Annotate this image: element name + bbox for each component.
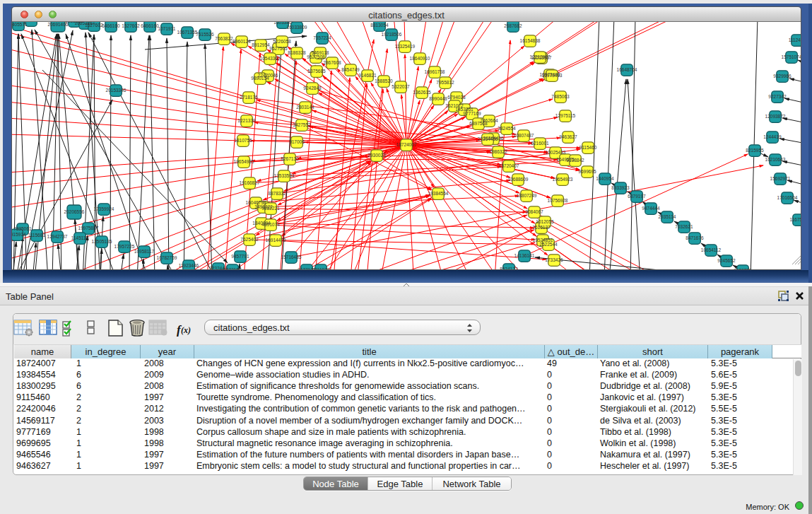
svg-text:8471676: 8471676 (686, 235, 704, 240)
svg-text:9242848: 9242848 (303, 86, 322, 90)
svg-text:8672157: 8672157 (223, 267, 242, 269)
svg-text:12213967: 12213967 (530, 54, 551, 59)
svg-text:3427552: 3427552 (293, 122, 311, 127)
svg-text:7663822: 7663822 (215, 36, 233, 41)
svg-text:2803144: 2803144 (296, 105, 314, 110)
svg-text:2687682: 2687682 (504, 23, 522, 28)
svg-text:9463627: 9463627 (559, 134, 577, 139)
svg-text:19975887: 19975887 (78, 226, 99, 230)
svg-text:6466160: 6466160 (141, 23, 159, 28)
svg-text:6466160: 6466160 (102, 23, 120, 28)
svg-text:15720407: 15720407 (499, 163, 519, 168)
svg-text:9115460: 9115460 (579, 145, 597, 150)
svg-text:17016504: 17016504 (777, 195, 798, 200)
svg-text:7515526: 7515526 (196, 32, 214, 37)
svg-text:15751074: 15751074 (782, 54, 801, 59)
svg-text:9329966: 9329966 (773, 74, 792, 78)
svg-text:8313054: 8313054 (22, 22, 40, 23)
svg-text:8813054: 8813054 (370, 23, 389, 28)
svg-text:13533594: 13533594 (274, 173, 295, 178)
svg-text:11325419: 11325419 (395, 44, 416, 49)
svg-text:9084067: 9084067 (525, 209, 543, 214)
svg-text:1527602: 1527602 (85, 23, 103, 28)
svg-text:8933923: 8933923 (611, 185, 630, 190)
svg-text:15692971: 15692971 (770, 176, 791, 181)
svg-text:5226058: 5226058 (273, 39, 291, 44)
svg-text:1527602: 1527602 (122, 23, 140, 28)
svg-text:7032621: 7032621 (675, 224, 693, 229)
svg-text:2930023: 2930023 (367, 153, 386, 158)
svg-text:15716485: 15716485 (281, 255, 302, 259)
svg-text:2718176: 2718176 (240, 95, 258, 100)
svg-text:19218506: 19218506 (382, 32, 402, 37)
svg-text:1588520: 1588520 (375, 78, 393, 83)
svg-text:2867608: 2867608 (323, 60, 341, 65)
svg-text:10973493: 10973493 (542, 73, 563, 78)
svg-text:7625402: 7625402 (240, 237, 259, 242)
svg-text:9457791: 9457791 (231, 254, 249, 259)
svg-text:8878332: 8878332 (268, 191, 286, 196)
svg-text:20206556: 20206556 (64, 209, 85, 214)
svg-text:5469118: 5469118 (312, 50, 329, 55)
svg-text:11923446: 11923446 (179, 263, 199, 268)
svg-text:8311076: 8311076 (312, 267, 330, 269)
svg-text:12975115: 12975115 (555, 113, 576, 118)
svg-text:8960124: 8960124 (233, 39, 251, 44)
svg-text:16154838: 16154838 (520, 38, 541, 43)
svg-text:9227342: 9227342 (768, 94, 787, 99)
svg-text:1615137: 1615137 (532, 225, 551, 230)
svg-text:1112480: 1112480 (789, 37, 801, 42)
svg-text:10958117: 10958117 (134, 249, 155, 254)
svg-text:10025433: 10025433 (546, 150, 566, 155)
svg-text:1810755: 1810755 (234, 138, 252, 143)
svg-text:10756928: 10756928 (548, 198, 568, 203)
svg-text:9890154: 9890154 (251, 76, 269, 81)
svg-text:12093872: 12093872 (765, 114, 786, 119)
svg-text:19654985: 19654985 (234, 159, 254, 164)
svg-text:8524172: 8524172 (500, 267, 518, 269)
svg-text:16210643: 16210643 (765, 157, 786, 162)
svg-text:9527508: 9527508 (307, 54, 325, 59)
svg-text:8454749: 8454749 (341, 67, 360, 72)
svg-text:6216001: 6216001 (531, 141, 549, 146)
svg-text:8990448: 8990448 (429, 96, 447, 101)
svg-text:9186755: 9186755 (734, 268, 752, 269)
svg-text:1733426: 1733426 (545, 257, 563, 262)
svg-text:1221339: 1221339 (237, 118, 256, 123)
svg-text:18640910: 18640910 (410, 56, 430, 61)
svg-text:16782759: 16782759 (157, 255, 177, 260)
svg-text:1440954: 1440954 (596, 176, 614, 181)
svg-text:14136141: 14136141 (514, 253, 535, 258)
svg-text:1115681: 1115681 (28, 233, 46, 238)
svg-text:7462664: 7462664 (480, 118, 498, 123)
svg-text:7986322: 7986322 (489, 149, 507, 154)
svg-text:7955812: 7955812 (436, 80, 454, 85)
svg-text:1012055: 1012055 (536, 219, 554, 224)
svg-text:6794028: 6794028 (447, 95, 466, 100)
svg-text:10807487: 10807487 (514, 133, 534, 138)
svg-text:19384554: 19384554 (428, 191, 449, 196)
svg-text:6879197: 6879197 (628, 194, 646, 199)
svg-text:8215955: 8215955 (746, 148, 764, 153)
svg-text:9699695: 9699695 (578, 169, 596, 174)
svg-text:(x): (x) (181, 325, 191, 335)
svg-text:7485063: 7485063 (551, 94, 570, 99)
svg-text:1145114: 1145114 (71, 235, 89, 240)
svg-text:16914479: 16914479 (266, 238, 286, 243)
svg-text:7835061: 7835061 (13, 226, 32, 231)
svg-text:7357224: 7357224 (313, 35, 331, 40)
svg-text:1362615: 1362615 (413, 90, 431, 95)
svg-text:10654112: 10654112 (701, 247, 722, 252)
svg-text:16648764: 16648764 (617, 67, 637, 72)
svg-text:16961758: 16961758 (425, 69, 445, 74)
svg-text:3824554: 3824554 (498, 126, 516, 131)
svg-text:10688609: 10688609 (508, 177, 529, 182)
svg-text:10543362: 10543362 (260, 56, 281, 61)
svg-text:8186328: 8186328 (288, 50, 306, 55)
svg-text:5375685: 5375685 (307, 69, 326, 74)
svg-text:4891074: 4891074 (261, 222, 280, 227)
svg-text:20153346: 20153346 (106, 88, 126, 93)
svg-text:17359924: 17359924 (94, 206, 114, 211)
svg-text:9282221: 9282221 (261, 206, 280, 211)
svg-text:9777169: 9777169 (463, 111, 481, 116)
